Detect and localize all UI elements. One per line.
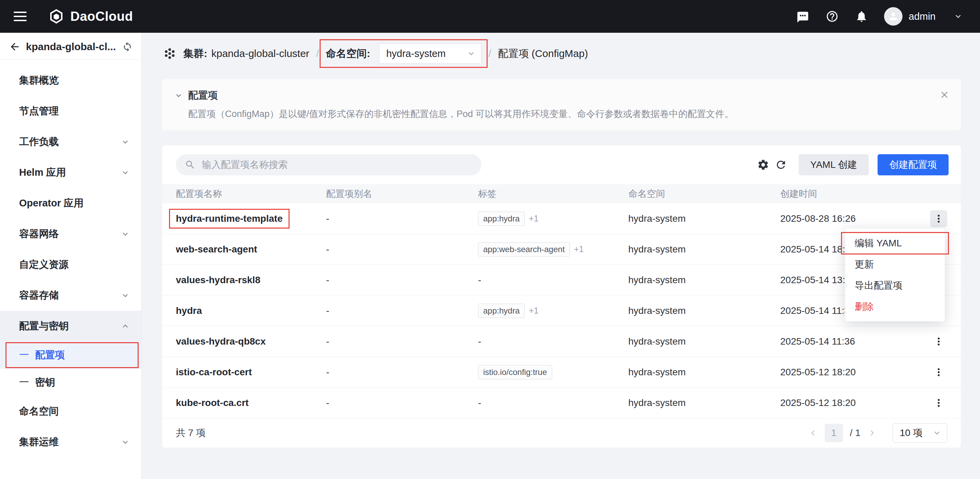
configmap-name-link[interactable]: istio-ca-root-cert	[176, 367, 326, 377]
notifications-bell-icon[interactable]	[855, 10, 868, 23]
create-configmap-button[interactable]: 创建配置项	[878, 154, 948, 175]
chevron-down-icon	[467, 49, 476, 58]
configmap-namespace: hydra-system	[628, 244, 780, 255]
configmap-alias: -	[326, 274, 478, 285]
configmap-alias: -	[326, 213, 478, 224]
configmap-name-link[interactable]: values-hydra-qb8cx	[176, 336, 326, 347]
configmap-namespace: hydra-system	[628, 398, 780, 408]
chevron-down-icon	[932, 428, 942, 438]
column-header-name: 配置项名称	[176, 188, 326, 200]
configmap-alias: -	[326, 305, 478, 316]
switch-cluster-icon[interactable]	[122, 41, 132, 52]
configmap-created: 2025-05-12 18:20	[780, 367, 923, 377]
banner-close-icon[interactable]	[940, 90, 949, 100]
menu-toggle-icon[interactable]	[14, 12, 27, 21]
label-tag: istio.io/config:true	[478, 365, 552, 379]
row-actions-kebab-icon[interactable]	[930, 210, 947, 227]
next-page-chevron-right-icon[interactable]	[867, 428, 877, 438]
breadcrumb-cluster-value: kpanda-global-cluster	[212, 48, 309, 59]
menu-item-export-configmap[interactable]: 导出配置项	[845, 275, 945, 296]
label-tag-more[interactable]: +1	[529, 306, 539, 315]
info-banner: 配置项 配置项（ConfigMap）是以键/值对形式保存的非机密性配置信息，Po…	[162, 79, 961, 130]
back-arrow-icon[interactable]	[9, 41, 21, 52]
page-total: / 1	[850, 427, 861, 438]
search-input[interactable]	[201, 159, 473, 171]
sidebar-item-configmaps[interactable]: 配置项	[0, 341, 142, 369]
sidebar-nav: 集群概览 节点管理 工作负载 Helm 应用 Operator 应用 容器网络 …	[0, 60, 142, 457]
help-icon[interactable]	[825, 10, 839, 23]
chat-icon[interactable]	[796, 10, 810, 23]
configmap-name-link[interactable]: kube-root-ca.crt	[176, 398, 326, 408]
configmap-namespace: hydra-system	[628, 336, 780, 347]
chevron-down-icon	[121, 438, 130, 447]
column-header-labels: 标签	[478, 188, 628, 200]
table-row: kube-root-ca.crt - - hydra-system 2025-0…	[162, 387, 961, 418]
label-tag: app:hydra	[478, 304, 525, 318]
column-header-created: 创建时间	[780, 188, 923, 200]
sidebar-item-helm-apps[interactable]: Helm 应用	[0, 157, 142, 188]
page-size-value: 10 项	[900, 427, 923, 439]
table-row: istio-ca-root-cert - istio.io/config:tru…	[162, 357, 961, 387]
brand-name: DaoCloud	[70, 9, 133, 24]
configmap-name-link[interactable]: values-hydra-rskl8	[176, 274, 326, 285]
current-page-input[interactable]: 1	[825, 424, 843, 442]
configmap-namespace: hydra-system	[628, 213, 780, 224]
sidebar-item-operator-apps[interactable]: Operator 应用	[0, 188, 142, 219]
breadcrumb: 集群: kpanda-global-cluster / 命名空间: hydra-…	[142, 33, 980, 75]
configmap-name-link[interactable]: hydra-runtime-template	[176, 213, 283, 224]
sidebar-cluster-name[interactable]: kpanda-global-cl...	[26, 41, 117, 52]
sidebar-item-cluster-overview[interactable]: 集群概览	[0, 65, 142, 96]
search-icon	[185, 159, 196, 170]
sidebar-item-custom-resources[interactable]: 自定义资源	[0, 249, 142, 280]
chevron-down-icon	[121, 138, 130, 146]
banner-collapse-chevron-down-icon[interactable]	[175, 92, 183, 100]
user-name[interactable]: admin	[908, 11, 935, 22]
sidebar: kpanda-global-cl... 集群概览 节点管理 工作负载 Helm …	[0, 33, 142, 479]
app-root: DaoCloud admin	[0, 0, 980, 479]
configmap-name-link[interactable]: web-search-agent	[176, 244, 326, 255]
page-size-select[interactable]: 10 项	[892, 423, 947, 443]
configmap-table-card: YAML 创建 创建配置项 配置项名称 配置项别名 标签 命名空间 创建时间 h…	[162, 145, 961, 447]
menu-item-edit-yaml[interactable]: 编辑 YAML	[845, 233, 945, 254]
namespace-selector-group: 命名空间: hydra-system	[326, 43, 482, 64]
configmap-alias: -	[326, 398, 478, 408]
table-row: values-hydra-qb8cx - - hydra-system 2025…	[162, 326, 961, 357]
label-tag: app:web-search-agent	[478, 242, 570, 257]
sidebar-item-config-and-secrets[interactable]: 配置与密钥	[0, 311, 142, 341]
configmap-alias: -	[326, 367, 478, 377]
cluster-icon	[162, 46, 177, 61]
configmap-namespace: hydra-system	[628, 305, 780, 316]
user-menu-chevron-down-icon[interactable]	[951, 10, 965, 23]
daocloud-logo-icon	[48, 8, 64, 24]
chevron-down-icon	[121, 168, 130, 177]
column-header-namespace: 命名空间	[628, 188, 780, 200]
label-tag-more[interactable]: +1	[574, 244, 584, 254]
sidebar-item-container-network[interactable]: 容器网络	[0, 219, 142, 249]
refresh-icon[interactable]	[772, 156, 790, 174]
sidebar-item-node-management[interactable]: 节点管理	[0, 96, 142, 127]
table-settings-gear-icon[interactable]	[754, 156, 772, 174]
label-tag: -	[478, 336, 628, 347]
row-actions-kebab-icon[interactable]	[930, 333, 947, 350]
menu-item-update[interactable]: 更新	[845, 254, 945, 275]
sidebar-item-workloads[interactable]: 工作负载	[0, 127, 142, 157]
breadcrumb-separator: /	[316, 48, 319, 59]
configmap-namespace: hydra-system	[628, 367, 780, 377]
sidebar-item-cluster-ops[interactable]: 集群运维	[0, 427, 142, 457]
banner-description: 配置项（ConfigMap）是以键/值对形式保存的非机密性配置信息，Pod 可以…	[175, 108, 947, 120]
user-avatar[interactable]	[884, 7, 902, 25]
row-actions-kebab-icon[interactable]	[930, 364, 947, 381]
namespace-select[interactable]: hydra-system	[379, 43, 482, 64]
menu-item-delete[interactable]: 删除	[845, 296, 945, 317]
prev-page-chevron-left-icon[interactable]	[808, 428, 818, 438]
sidebar-item-namespaces[interactable]: 命名空间	[0, 396, 142, 427]
sidebar-item-container-storage[interactable]: 容器存储	[0, 280, 142, 311]
search-box	[176, 154, 482, 175]
chevron-up-icon	[121, 322, 130, 331]
yaml-create-button[interactable]: YAML 创建	[799, 154, 869, 175]
sidebar-item-secrets[interactable]: 密钥	[0, 369, 142, 396]
label-tag-more[interactable]: +1	[529, 214, 539, 223]
breadcrumb-cluster-label: 集群:	[183, 47, 207, 61]
row-actions-kebab-icon[interactable]	[930, 394, 947, 411]
configmap-name-link[interactable]: hydra	[176, 305, 326, 316]
